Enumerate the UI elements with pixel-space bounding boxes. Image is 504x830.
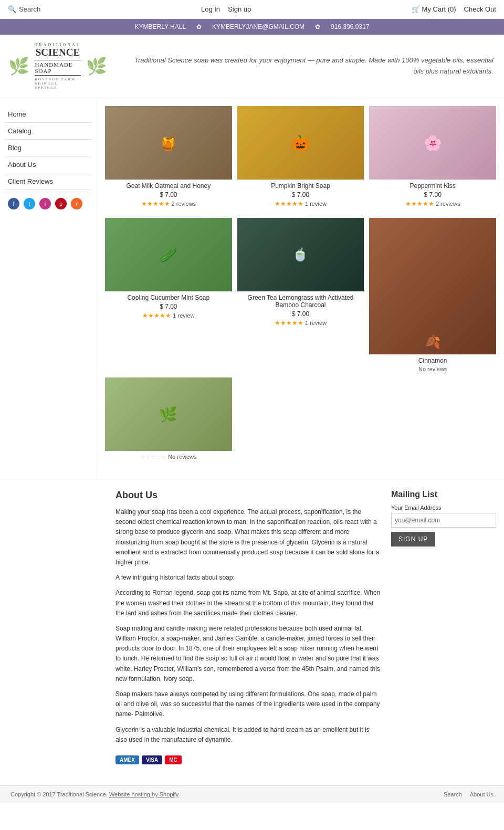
mastercard-icon: MC [165, 755, 182, 764]
product-price-4: $ 7.00 [105, 303, 232, 310]
mailing-title: Mailing List [391, 490, 496, 499]
cart-link[interactable]: 🛒 My Cart (0) [412, 5, 456, 13]
rss-icon[interactable]: r [71, 198, 82, 209]
logo: 🌿 TRADITIONAL SCIENCE HANDMADE SOAP ROSE… [10, 40, 105, 92]
logo-main: SCIENCE [35, 47, 80, 58]
product-grid-row2: 🥒 Cooling Cucumber Mint Soap $ 7.00 ★★★★… [105, 218, 496, 372]
product-name-5: Green Tea Lemongrass with Activated Bamb… [237, 294, 364, 309]
cart-count: (0) [448, 5, 456, 13]
footer-aboutus-link[interactable]: About Us [470, 791, 494, 797]
twitter-icon[interactable]: t [24, 198, 35, 209]
contact-phone: 916.396.0317 [331, 23, 369, 30]
product-name-2: Pumpkin Bright Soap [237, 182, 364, 190]
sidebar-item-clientreviews[interactable]: Client Reviews [5, 173, 91, 190]
product-reviews-4: ★★★★★ 1 review [105, 312, 232, 319]
auth-links: Log In Sign up [201, 5, 251, 13]
signup-link[interactable]: Sign up [228, 5, 251, 13]
about-para-2: A few intriguing historical facts about … [116, 573, 381, 583]
about-mailing-section: About Us Making your soap has been a coo… [0, 479, 504, 775]
visa-icon: VISA [142, 755, 162, 764]
checkout-link[interactable]: Check Out [464, 5, 496, 13]
about-section: About Us Making your soap has been a coo… [116, 490, 381, 764]
about-para-5: Soap makers have always competed by usin… [116, 689, 381, 720]
product-reviews-5: ★★★★★ 1 review [237, 319, 364, 327]
mailing-label: Your Email Address [391, 505, 496, 511]
product-name-3: Peppermint Kiss [369, 182, 496, 190]
product-grid-row3: 🌿 ☆☆☆☆☆ No reviews [105, 377, 496, 460]
sidebar-nav: Home Catalog Blog About Us Client Review… [5, 106, 91, 190]
product-card-1[interactable]: 🍯 Goat Milk Oatmeal and Honey $ 7.00 ★★★… [105, 106, 232, 207]
product-grid-row1: 🍯 Goat Milk Oatmeal and Honey $ 7.00 ★★★… [105, 106, 496, 207]
sidebar-item-home[interactable]: Home [5, 106, 91, 123]
product-name-6: Cinnamon [369, 357, 496, 364]
hosting-link[interactable]: Website hosting by Shopify [109, 791, 178, 797]
product-name-4: Cooling Cucumber Mint Soap [105, 294, 232, 301]
about-para-3: According to Roman legend, soap got its … [116, 588, 381, 618]
product-reviews-6: No reviews [369, 366, 496, 372]
sidebar-item-aboutus[interactable]: About Us [5, 156, 91, 173]
about-para-1: Making your soap has been a cool experie… [116, 507, 381, 568]
instagram-icon[interactable]: i [39, 198, 51, 209]
cart-area: 🛒 My Cart (0) Check Out [412, 5, 496, 13]
footer-copyright: Copyright © 2017 Traditional Science. We… [10, 791, 178, 797]
product-card-5[interactable]: 🍵 Green Tea Lemongrass with Activated Ba… [237, 218, 364, 372]
login-link[interactable]: Log In [201, 5, 220, 13]
copyright-text: Copyright © 2017 Traditional Science. [10, 791, 108, 797]
search-label: Search [19, 5, 40, 13]
signup-button[interactable]: SIGN UP [391, 532, 435, 547]
mailing-email-input[interactable] [391, 513, 496, 528]
product-reviews-2: ★★★★★ 1 review [237, 200, 364, 207]
logo-farm: ROSEBUD FARM · SHINGLE SPRINGS [35, 77, 80, 90]
product-price-1: $ 7.00 [105, 191, 232, 198]
logo-sub: HANDMADE SOAP [35, 60, 80, 76]
header-tagline: Traditional Science soap was created for… [105, 55, 494, 77]
product-reviews-1: ★★★★★ 2 reviews [105, 200, 232, 207]
contact-bar: KYMBERLY HALL ✿ KYMBERLYJANE@GMAIL.COM ✿… [0, 19, 504, 35]
product-card-7[interactable]: 🌿 ☆☆☆☆☆ No reviews [105, 377, 232, 460]
social-icons: f t i p r [5, 190, 91, 217]
contact-name: KYMBERLY HALL [134, 23, 186, 30]
product-card-6[interactable]: 🍂 Cinnamon No reviews [369, 218, 496, 372]
top-bar: 🔍 Search Log In Sign up 🛒 My Cart (0) Ch… [0, 0, 504, 19]
product-price-2: $ 7.00 [237, 191, 364, 198]
contact-sep2: ✿ [315, 23, 320, 30]
payment-icons: AMEX VISA MC [116, 755, 381, 764]
about-para-6: Glycerin is a valuable industrial chemic… [116, 725, 381, 745]
sidebar: Home Catalog Blog About Us Client Review… [0, 98, 97, 479]
product-price-3: $ 7.00 [369, 191, 496, 198]
product-card-2[interactable]: 🎃 Pumpkin Bright Soap $ 7.00 ★★★★★ 1 rev… [237, 106, 364, 207]
product-reviews-7: ☆☆☆☆☆ No reviews [105, 454, 232, 460]
search-bar[interactable]: 🔍 Search [8, 5, 40, 13]
site-footer: Copyright © 2017 Traditional Science. We… [0, 785, 504, 803]
amex-icon: AMEX [116, 755, 139, 764]
cart-label: My Cart [422, 5, 446, 13]
product-reviews-3: ★★★★★ 2 reviews [369, 200, 496, 207]
pinterest-icon[interactable]: p [55, 198, 67, 209]
about-title: About Us [116, 490, 381, 501]
contact-email: KYMBERLYJANE@GMAIL.COM [212, 23, 304, 30]
main-layout: Home Catalog Blog About Us Client Review… [0, 98, 504, 479]
footer-links: Search About Us [444, 791, 494, 797]
product-card-4[interactable]: 🥒 Cooling Cucumber Mint Soap $ 7.00 ★★★★… [105, 218, 232, 372]
sidebar-item-catalog[interactable]: Catalog [5, 123, 91, 140]
site-header: 🌿 TRADITIONAL SCIENCE HANDMADE SOAP ROSE… [0, 35, 504, 98]
contact-sep1: ✿ [196, 23, 202, 30]
product-price-5: $ 7.00 [237, 310, 364, 318]
about-para-4: Soap making and candle making were relat… [116, 624, 381, 684]
facebook-icon[interactable]: f [8, 198, 19, 209]
product-card-3[interactable]: 🌸 Peppermint Kiss $ 7.00 ★★★★★ 2 reviews [369, 106, 496, 207]
search-icon: 🔍 [8, 5, 16, 13]
cart-icon: 🛒 [412, 5, 420, 13]
sidebar-item-blog[interactable]: Blog [5, 140, 91, 156]
mailing-list: Mailing List Your Email Address SIGN UP [391, 490, 496, 764]
content-area: 🍯 Goat Milk Oatmeal and Honey $ 7.00 ★★★… [97, 98, 504, 479]
footer-search-link[interactable]: Search [444, 791, 462, 797]
product-name-1: Goat Milk Oatmeal and Honey [105, 182, 232, 190]
